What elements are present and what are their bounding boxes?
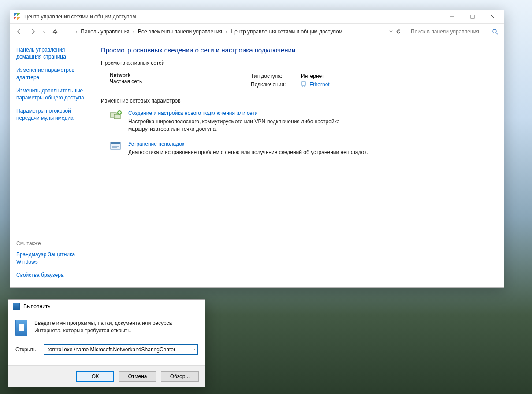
svg-rect-15	[111, 142, 120, 144]
run-dialog-buttons: ОК Отмена Обзор...	[8, 365, 205, 387]
svg-rect-6	[302, 81, 305, 86]
close-button[interactable]	[483, 10, 503, 23]
active-networks-header: Просмотр активных сетей	[101, 60, 496, 66]
address-bar[interactable]: › Панель управления › Все элементы панел…	[63, 26, 405, 37]
search-box[interactable]	[407, 26, 501, 37]
breadcrumb-seg-2[interactable]: Все элементы панели управления	[136, 29, 224, 35]
run-large-icon	[15, 320, 27, 336]
page-title: Просмотр основных сведений о сети и наст…	[101, 46, 496, 54]
nav-forward-button[interactable]	[27, 26, 39, 38]
network-type: Частная сеть	[110, 78, 207, 85]
nav-up-button[interactable]	[49, 26, 61, 38]
active-networks-label: Просмотр активных сетей	[101, 60, 164, 66]
cancel-button[interactable]: Отмена	[119, 371, 156, 382]
window-title: Центр управления сетями и общим доступом	[24, 14, 136, 20]
troubleshoot-icon	[110, 141, 122, 151]
breadcrumb-seg-1[interactable]: Панель управления	[79, 29, 131, 35]
control-panel-icon	[65, 28, 72, 35]
task-new-connection-link[interactable]: Создание и настройка нового подключения …	[128, 110, 374, 116]
refresh-button[interactable]	[396, 29, 401, 34]
combobox-dropdown-icon[interactable]	[190, 348, 196, 351]
chevron-right-icon: ›	[132, 29, 135, 34]
chevron-right-icon: ›	[75, 29, 78, 34]
active-network-grid: Network Частная сеть Тип доступа: Интерн…	[101, 70, 496, 95]
see-also-browser-props[interactable]: Свойства браузера	[16, 272, 91, 279]
connection-link[interactable]: Ethernet	[309, 81, 329, 88]
open-label: Открыть:	[15, 346, 37, 353]
run-dialog: Выполнить Введите имя программы, папки, …	[8, 299, 205, 387]
task-troubleshoot-desc: Диагностика и исправление проблем с сеть…	[128, 149, 368, 155]
see-also-label: См. также	[16, 240, 91, 247]
run-message: Введите имя программы, папки, документа …	[34, 320, 198, 335]
task-new-connection: Создание и настройка нового подключения …	[101, 108, 374, 139]
network-name: Network	[110, 72, 207, 78]
run-dialog-title: Выполнить	[23, 303, 51, 309]
sidebar-link-home[interactable]: Панель управления — домашняя страница	[16, 46, 91, 60]
task-new-connection-desc: Настройка широкополосного, коммутируемог…	[128, 118, 340, 132]
titlebar: Центр управления сетями и общим доступом	[10, 10, 504, 24]
vertical-separator	[238, 69, 238, 97]
access-type-label: Тип доступа:	[251, 72, 295, 81]
nav-row: › Панель управления › Все элементы панел…	[10, 24, 504, 40]
browse-button[interactable]: Обзор...	[161, 371, 199, 382]
svg-rect-1	[471, 15, 474, 18]
access-type-value: Интернет	[301, 72, 324, 81]
change-settings-label: Изменение сетевых параметров	[101, 98, 181, 104]
network-center-window: Центр управления сетями и общим доступом…	[10, 10, 504, 288]
run-dialog-close-button[interactable]	[183, 300, 203, 313]
sidebar-link-media-streaming[interactable]: Параметры потоковой передачи мультимедиа	[16, 107, 91, 122]
connections-label: Подключения:	[251, 81, 295, 89]
new-connection-icon	[110, 110, 122, 121]
search-icon[interactable]	[492, 29, 498, 35]
ethernet-icon	[301, 81, 306, 87]
search-input[interactable]	[410, 28, 492, 35]
chevron-right-icon: ›	[225, 29, 228, 34]
svg-rect-10	[114, 114, 120, 119]
run-dialog-icon	[13, 303, 20, 310]
breadcrumb-seg-3[interactable]: Центр управления сетями и общим доступом	[229, 29, 344, 35]
ok-button[interactable]: ОК	[76, 371, 114, 382]
address-dropdown-button[interactable]	[389, 29, 393, 34]
control-panel-icon	[14, 13, 21, 20]
open-combobox[interactable]	[44, 344, 198, 355]
svg-line-5	[496, 33, 498, 34]
sidebar: Панель управления — домашняя страница Из…	[10, 40, 97, 287]
open-input[interactable]	[47, 346, 190, 353]
task-troubleshoot-link[interactable]: Устранение неполадок	[128, 141, 368, 147]
nav-recent-button[interactable]	[41, 26, 47, 38]
sidebar-link-advanced-sharing[interactable]: Изменить дополнительные параметры общего…	[16, 87, 91, 101]
svg-point-4	[493, 29, 496, 33]
change-settings-header: Изменение сетевых параметров	[101, 98, 496, 104]
maximize-button[interactable]	[462, 10, 483, 23]
run-dialog-titlebar: Выполнить	[8, 300, 205, 313]
task-troubleshoot: Устранение неполадок Диагностика и испра…	[101, 139, 374, 162]
sidebar-link-adapter[interactable]: Изменение параметров адаптера	[16, 66, 91, 81]
content-area: Просмотр основных сведений о сети и наст…	[97, 40, 504, 287]
nav-back-button[interactable]	[13, 26, 25, 38]
see-also-firewall[interactable]: Брандмауэр Защитника Windows	[16, 251, 91, 265]
minimize-button[interactable]	[442, 10, 462, 23]
